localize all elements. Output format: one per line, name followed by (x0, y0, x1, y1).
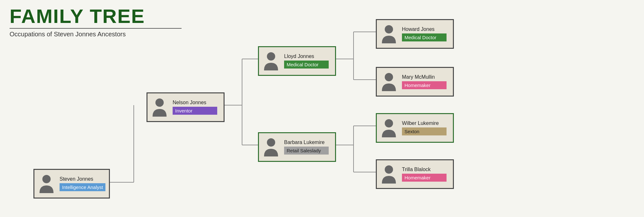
svg-point-19 (385, 73, 393, 81)
avatar-nelson (149, 95, 170, 119)
svg-point-18 (385, 25, 393, 33)
person-name-howard: Howard Jones (402, 26, 447, 32)
person-occupation-howard: Medical Doctor (402, 33, 447, 41)
person-name-trilla: Trilla Blalock (402, 167, 447, 172)
person-info-steven: Steven Jonnes Intelligence Analyst (60, 176, 105, 191)
avatar-wilber (379, 116, 399, 140)
person-name-wilber: Wilber Lukemire (402, 120, 447, 126)
person-name-lloyd: Lloyd Jonnes (284, 54, 329, 59)
svg-point-15 (155, 98, 164, 107)
avatar-lloyd (261, 49, 282, 73)
svg-point-16 (267, 52, 275, 61)
person-occupation-steven: Intelligence Analyst (60, 183, 105, 191)
title-section: FAMILY TREE Occupations of Steven Jonnes… (10, 6, 182, 38)
avatar-mary (379, 70, 399, 94)
svg-point-14 (42, 175, 51, 183)
person-info-howard: Howard Jones Medical Doctor (402, 26, 447, 41)
person-card-wilber: Wilber Lukemire Sexton (376, 113, 454, 143)
person-occupation-nelson: Inventor (173, 107, 217, 115)
title-divider (10, 28, 182, 29)
person-info-nelson: Nelson Jonnes Inventor (173, 100, 217, 115)
person-info-wilber: Wilber Lukemire Sexton (402, 120, 447, 135)
person-card-steven: Steven Jonnes Intelligence Analyst (33, 169, 110, 199)
svg-point-21 (385, 165, 393, 174)
person-info-mary: Mary McMullin Homemaker (402, 74, 447, 89)
person-info-trilla: Trilla Blalock Homemaker (402, 167, 447, 182)
person-name-steven: Steven Jonnes (60, 176, 105, 182)
person-info-barbara: Barbara Lukemire Retail Saleslady (284, 140, 329, 155)
avatar-steven (36, 172, 57, 196)
person-occupation-mary: Homemaker (402, 81, 447, 89)
main-title: FAMILY TREE (10, 6, 182, 26)
person-occupation-barbara: Retail Saleslady (284, 147, 329, 155)
avatar-trilla (379, 162, 399, 186)
person-card-mary: Mary McMullin Homemaker (376, 67, 454, 97)
person-name-barbara: Barbara Lukemire (284, 140, 329, 145)
person-occupation-lloyd: Medical Doctor (284, 61, 329, 69)
subtitle: Occupations of Steven Jonnes Ancestors (10, 31, 182, 38)
person-card-trilla: Trilla Blalock Homemaker (376, 159, 454, 189)
avatar-howard (379, 22, 399, 46)
person-card-howard: Howard Jones Medical Doctor (376, 19, 454, 49)
person-occupation-trilla: Homemaker (402, 174, 447, 182)
person-occupation-wilber: Sexton (402, 127, 447, 135)
person-info-lloyd: Lloyd Jonnes Medical Doctor (284, 54, 329, 69)
svg-point-17 (267, 138, 275, 147)
person-card-barbara: Barbara Lukemire Retail Saleslady (258, 132, 336, 162)
person-name-mary: Mary McMullin (402, 74, 447, 80)
person-name-nelson: Nelson Jonnes (173, 100, 217, 105)
svg-point-20 (385, 119, 393, 127)
person-card-nelson: Nelson Jonnes Inventor (147, 92, 225, 122)
avatar-barbara (261, 135, 282, 159)
person-card-lloyd: Lloyd Jonnes Medical Doctor (258, 46, 336, 76)
